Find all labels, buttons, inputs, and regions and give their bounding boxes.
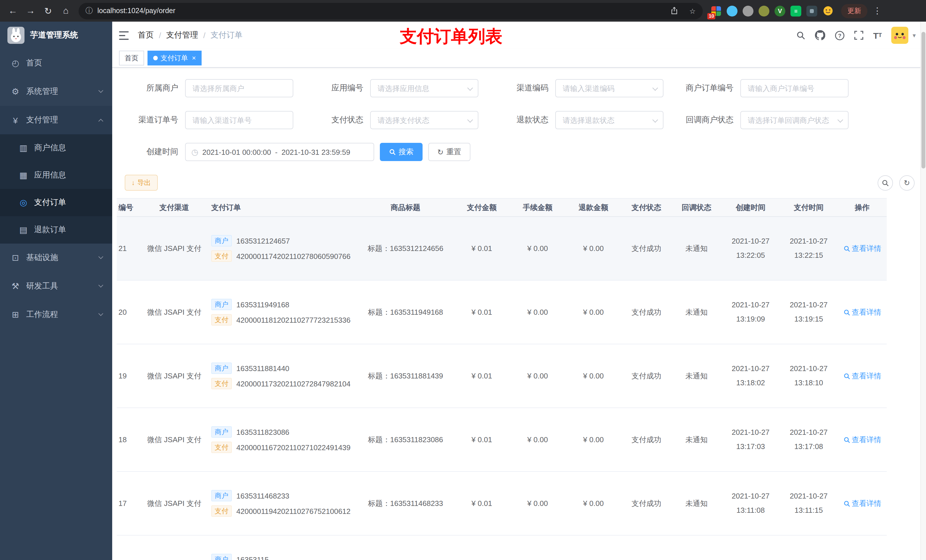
github-icon[interactable] xyxy=(815,30,825,41)
extension-icon-puzzle[interactable] xyxy=(806,5,817,16)
merchant-tag: 商户 xyxy=(211,426,232,438)
filter-input[interactable] xyxy=(740,111,849,129)
browser-back-button[interactable]: ← xyxy=(5,3,21,19)
hamburger-icon[interactable] xyxy=(119,31,129,39)
cell-pay-time: 2021-10-27 13:19:15 xyxy=(780,280,838,344)
cell-amount: ¥ 0.01 xyxy=(454,217,510,280)
tag-home[interactable]: 首页 xyxy=(119,51,144,65)
cell-channel: 微信 JSAPI 支付 xyxy=(141,471,208,535)
extension-badge: 10 xyxy=(707,13,716,19)
filter-input[interactable] xyxy=(370,79,478,97)
search-icon[interactable] xyxy=(796,31,805,40)
grid-icon: ▦ xyxy=(17,170,30,180)
user-menu[interactable]: ▾ xyxy=(891,27,916,44)
bookmark-star-icon[interactable]: ☆ xyxy=(686,4,699,18)
browser-update-button[interactable]: 更新 xyxy=(841,4,867,18)
extension-icon-olive[interactable] xyxy=(758,5,769,16)
help-icon[interactable]: ? xyxy=(835,30,844,40)
extension-icon-grid[interactable]: 10 xyxy=(711,5,722,16)
sidebar-item-payment[interactable]: ¥ 支付管理 xyxy=(0,106,112,134)
filter-input[interactable] xyxy=(740,79,849,97)
cell-actions: 查看详情 xyxy=(838,217,887,280)
document-icon: ▤ xyxy=(17,225,30,235)
filter-input[interactable] xyxy=(185,79,293,97)
date-range-picker[interactable]: ◷ 2021-10-01 00:00:00 - 2021-10-31 23:59… xyxy=(185,143,374,161)
extension-icon-emoji[interactable] xyxy=(822,5,833,16)
refresh-table-button[interactable]: ↻ xyxy=(899,175,915,190)
cell-title xyxy=(357,535,454,560)
filter-input[interactable] xyxy=(555,79,663,97)
share-icon[interactable] xyxy=(667,4,681,18)
export-button[interactable]: ↓ 导出 xyxy=(125,175,158,191)
browser-menu-icon[interactable]: ⋮ xyxy=(873,6,882,16)
navbar-actions: ? TT ▾ xyxy=(796,27,916,44)
breadcrumb-payment[interactable]: 支付管理 xyxy=(166,30,198,41)
refresh-icon: ↻ xyxy=(437,148,443,156)
reset-button[interactable]: ↻ 重置 xyxy=(428,143,471,161)
cell-amount: ¥ 0.01 xyxy=(454,344,510,408)
extension-icon-chat[interactable]: ≡ xyxy=(790,5,801,16)
table-row: 17 微信 JSAPI 支付 商户 1635311468233 支付 42000… xyxy=(117,471,887,535)
sidebar-item-workflow[interactable]: ⊞ 工作流程 xyxy=(0,300,112,329)
clock-icon: ◷ xyxy=(191,147,198,157)
filter-label: 应用编号 xyxy=(313,83,370,93)
sidebar-item-label: 支付订单 xyxy=(34,198,66,208)
sidebar-item-label: 系统管理 xyxy=(26,86,58,97)
sidebar-item-label: 应用信息 xyxy=(34,170,66,180)
sidebar-item-infrastructure[interactable]: ⊡ 基础设施 xyxy=(0,244,112,272)
filter-input[interactable] xyxy=(185,111,293,129)
sidebar-item-system[interactable]: ⚙ 系统管理 xyxy=(0,77,112,106)
view-detail-link[interactable]: 查看详情 xyxy=(843,371,881,381)
extension-icon-gray[interactable] xyxy=(743,5,754,16)
font-size-icon[interactable]: TT xyxy=(873,31,882,39)
toggle-search-button[interactable] xyxy=(878,175,893,190)
table-row: 19 微信 JSAPI 支付 商户 1635311881440 支付 42000… xyxy=(117,344,887,408)
cell-actions: 查看详情 xyxy=(838,535,887,560)
url-text: localhost:1024/pay/order xyxy=(97,7,663,15)
browser-reload-button[interactable]: ↻ xyxy=(40,3,56,19)
column-header: 退款金额 xyxy=(566,198,621,217)
filter-form: 所属商户 应用编号 渠道编码 商户订单编号 渠道订单号 xyxy=(128,79,919,143)
view-detail-link[interactable]: 查看详情 xyxy=(843,243,881,254)
sidebar-item-pay-order[interactable]: ◎ 支付订单 xyxy=(0,189,112,216)
merchant-tag: 商户 xyxy=(211,299,232,310)
extension-icon-vue[interactable]: V xyxy=(775,5,785,16)
breadcrumb-separator: / xyxy=(159,31,161,40)
sidebar-item-dev-tools[interactable]: ⚒ 研发工具 xyxy=(0,272,112,300)
cell-status: 支付成功 xyxy=(621,471,672,535)
extensions-bar: 10 V ≡ xyxy=(711,5,833,16)
cell-status: 支付成功 xyxy=(621,280,672,344)
scrollbar-thumb[interactable] xyxy=(921,32,925,169)
sidebar-item-label: 商户信息 xyxy=(34,143,66,153)
merchant-order-no: 16353115… xyxy=(236,555,276,560)
browser-home-button[interactable]: ⌂ xyxy=(57,3,74,19)
cell-status: 支付成功 xyxy=(621,217,672,280)
fullscreen-icon[interactable] xyxy=(854,31,863,40)
view-detail-link[interactable]: 查看详情 xyxy=(843,307,881,317)
view-detail-link[interactable]: 查看详情 xyxy=(843,435,881,445)
sidebar-item-merchant-info[interactable]: ▥ 商户信息 xyxy=(0,134,112,162)
date-end: 2021-10-31 23:59:59 xyxy=(281,148,350,156)
filter-item: 商户订单编号 xyxy=(683,79,869,97)
search-button[interactable]: 搜索 xyxy=(380,143,422,161)
browser-toolbar: ← → ↻ ⌂ ⓘ localhost:1024/pay/order ☆ 10 … xyxy=(0,0,926,22)
filter-input[interactable] xyxy=(555,111,663,129)
view-detail-link[interactable]: 查看详情 xyxy=(843,498,881,509)
extension-icon-drop[interactable] xyxy=(727,5,737,16)
filter-item: 支付状态 xyxy=(313,111,498,129)
address-bar[interactable]: ⓘ localhost:1024/pay/order ☆ xyxy=(79,3,703,19)
cell-refund: ¥ 0.00 xyxy=(566,471,621,535)
sidebar-item-app-info[interactable]: ▦ 应用信息 xyxy=(0,162,112,189)
cell-channel xyxy=(141,535,208,560)
site-info-icon[interactable]: ⓘ xyxy=(85,6,93,16)
filter-control xyxy=(555,111,663,129)
filter-control xyxy=(555,79,663,97)
sidebar-item-home[interactable]: ◴ 首页 xyxy=(0,49,112,77)
sidebar-item-refund-order[interactable]: ▤ 退款订单 xyxy=(0,216,112,244)
tag-pay-order[interactable]: 支付订单 × xyxy=(147,51,201,65)
monitor-icon: ⊡ xyxy=(9,253,22,263)
breadcrumb-home[interactable]: 首页 xyxy=(138,30,154,41)
filter-input[interactable] xyxy=(370,111,478,129)
browser-forward-button[interactable]: → xyxy=(22,3,39,19)
close-icon[interactable]: × xyxy=(192,54,196,62)
